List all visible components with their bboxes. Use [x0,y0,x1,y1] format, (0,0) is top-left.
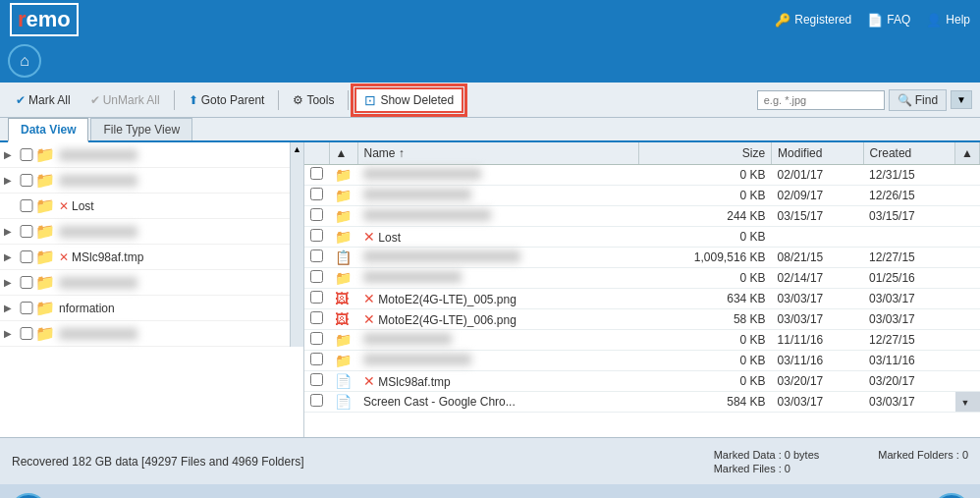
tmp-icon: 📄 [335,373,352,389]
tree-item[interactable]: ▶ 📁 [0,321,303,347]
col-created: Created [863,142,955,165]
row-checkbox[interactable] [310,291,323,304]
scroll-down-icon[interactable]: ▼ [961,398,970,408]
header-right: 🔑 Registered 📄 FAQ 👤 Help [775,13,970,28]
table-row[interactable]: 📁 ✕ Lost 0 KB [304,227,980,248]
deleted-icon: ✕ [363,311,375,327]
tree-checkbox[interactable] [20,327,33,340]
table-row[interactable]: 📁 0 KB 11/11/16 12/27/15 [304,330,980,351]
file-modified: 02/14/17 [772,268,864,289]
file-created: 03/03/17 [863,392,955,413]
scroll-cell [955,165,980,186]
table-row[interactable]: 📁 0 KB 03/11/16 03/11/16 [304,351,980,371]
forward-button[interactable]: → [933,493,970,498]
check-icon: ✔ [16,93,26,107]
row-checkbox[interactable] [310,249,323,262]
row-checkbox[interactable] [310,311,323,324]
mark-all-button[interactable]: ✔ Mark All [8,90,79,110]
right-panel: ▲ Name ↑ Size Modified Created ▲ 📁 [304,142,980,437]
tree-checkbox[interactable] [20,250,33,263]
table-row[interactable]: 📋 1,009,516 KB 08/21/15 12/27/15 [304,248,980,268]
row-checkbox[interactable] [310,167,323,180]
file-size: 0 KB [639,165,772,186]
tree-arrow: ▶ [4,149,18,160]
tools-button[interactable]: ⚙ Tools [285,90,342,110]
folder-icon: 📁 [335,188,352,203]
tree-arrow: ▶ [4,277,18,288]
tree-label: Lost [72,199,94,213]
tab-file-type-view[interactable]: File Type View [90,118,192,140]
tree-item[interactable]: ▶ 📁 [0,270,303,296]
home-button[interactable]: ⌂ [8,44,41,78]
row-checkbox[interactable] [310,394,323,407]
tree-item[interactable]: ▶ 📁 nformation [0,296,303,321]
home-icon: ⌂ [20,52,29,70]
status-marked-files: Marked Files : 0 [714,463,820,474]
row-checkbox[interactable] [310,229,323,242]
png-icon: 🖼 [335,311,349,327]
table-row[interactable]: 🖼 ✕ MotoE2(4G-LTE)_005.png 634 KB 03/03/… [304,289,980,309]
table-row[interactable]: 📁 0 KB 02/14/17 01/25/16 [304,268,980,289]
deleted-x-icon: ✕ [59,199,69,213]
row-checkbox[interactable] [310,208,323,221]
toolbar: ✔ Mark All ✔ UnMark All ⬆ Goto Parent ⚙ … [0,83,980,118]
file-created: 12/31/15 [863,165,955,186]
registered-link[interactable]: 🔑 Registered [775,13,851,28]
search-area: 🔍 Find ▼ [757,89,972,111]
status-marked-data: Marked Data : 0 bytes [714,449,820,461]
row-checkbox[interactable] [310,332,323,345]
file-created: 01/25/16 [863,268,955,289]
tree-item[interactable]: ▶ 📁 [0,142,303,168]
faq-label: FAQ [887,13,910,27]
tree-item[interactable]: ▶ 📁 ✕ MSlc98af.tmp [0,245,303,270]
gear-icon: ⚙ [293,93,303,107]
row-checkbox[interactable] [310,270,323,283]
table-row[interactable]: 📁 0 KB 02/09/17 12/26/15 [304,186,980,206]
file-size: 1,009,516 KB [639,248,772,268]
tree-checkbox[interactable] [20,276,33,289]
file-name: MSlc98af.tmp [378,375,450,389]
file-created: 12/27/15 [863,330,955,351]
goto-parent-button[interactable]: ⬆ Goto Parent [181,90,273,110]
file-modified: 02/09/17 [772,186,864,206]
deleted-x-icon: ✕ [59,250,69,264]
file-size: 0 KB [639,227,772,248]
scroll-up-icon[interactable]: ▲ [336,146,348,160]
scroll-cell [955,248,980,268]
tree-item[interactable]: ▶ 📁 [0,168,303,194]
table-row[interactable]: 📁 244 KB 03/15/17 03/15/17 [304,206,980,227]
back-button[interactable]: ← [10,493,47,498]
table-row[interactable]: 📁 0 KB 02/01/17 12/31/15 [304,165,980,186]
search-icon: 🔍 [898,93,912,107]
find-button[interactable]: 🔍 Find [889,89,947,111]
table-row[interactable]: 📄 Screen Cast - Google Chro... 584 KB 03… [304,392,980,413]
tree-item[interactable]: 📁 ✕ Lost [0,194,303,219]
table-row[interactable]: 🖼 ✕ MotoE2(4G-LTE)_006.png 58 KB 03/03/1… [304,309,980,330]
file-modified: 08/21/15 [772,248,864,268]
unmark-all-button[interactable]: ✔ UnMark All [82,90,168,110]
help-icon: 👤 [926,13,942,28]
tree-checkbox[interactable] [20,302,33,314]
scroll-up-right-icon[interactable]: ▲ [961,146,973,160]
faq-link[interactable]: 📄 FAQ [867,13,910,28]
row-checkbox[interactable] [310,353,323,365]
dropdown-arrow[interactable]: ▼ [951,90,972,109]
show-deleted-button[interactable]: ⊡ Show Deleted [354,87,463,113]
tree-checkbox[interactable] [20,199,33,212]
table-row[interactable]: 📄 ✕ MSlc98af.tmp 0 KB 03/20/17 03/20/17 [304,371,980,392]
tree-checkbox[interactable] [20,174,33,187]
deleted-icon: ✕ [363,373,375,389]
row-checkbox[interactable] [310,373,323,386]
tree-checkbox[interactable] [20,148,33,161]
goto-parent-label: Goto Parent [201,93,265,107]
row-checkbox[interactable] [310,188,323,200]
left-scroll-up[interactable]: ▲ [291,142,303,156]
tab-data-view[interactable]: Data View [8,118,88,142]
tabs-row: Data View File Type View [0,118,980,142]
tree-checkbox[interactable] [20,225,33,238]
help-link[interactable]: 👤 Help [926,13,970,28]
search-input[interactable] [757,90,885,110]
tree-item[interactable]: ▶ 📁 [0,219,303,245]
file-name-cell [357,206,639,227]
col-scroll: ▲ [955,142,980,165]
